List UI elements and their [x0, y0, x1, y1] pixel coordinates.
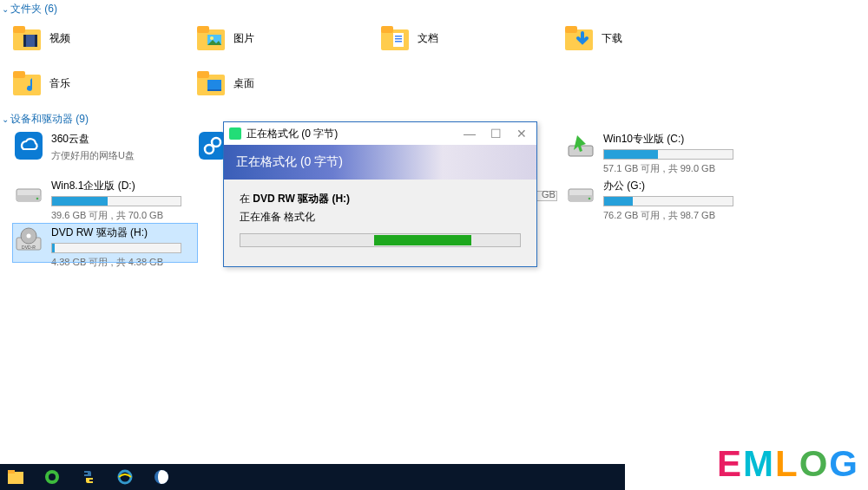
taskbar-explorer-icon[interactable]	[7, 468, 24, 486]
svg-rect-39	[8, 470, 15, 474]
svg-point-41	[49, 474, 56, 480]
svg-text:DVD-R: DVD-R	[22, 245, 36, 250]
svg-rect-11	[393, 33, 404, 47]
dialog-status-line: 正在准备 格式化	[240, 210, 521, 225]
svg-point-8	[210, 36, 214, 40]
folder-label: 桌面	[233, 76, 254, 91]
drive-item-dvd[interactable]: DVD-RDVD RW 驱动器 (H:)4.38 GB 可用 , 共 4.38 …	[13, 224, 197, 262]
dialog-body: 在 DVD RW 驱动器 (H:) 正在准备 格式化	[224, 180, 536, 266]
progress-bar	[240, 233, 521, 247]
maximize-button[interactable]: ☐	[483, 125, 509, 142]
folders-header-text: 文件夹 (6)	[10, 2, 57, 16]
drive-subtitle: 4.38 GB 可用 , 共 4.38 GB	[51, 256, 181, 269]
dialog-target-line: 在 DVD RW 驱动器 (H:)	[240, 192, 521, 206]
svg-rect-38	[8, 472, 23, 484]
drive-item-360[interactable]: 360云盘方便好用的网络U盘	[13, 130, 197, 168]
drive-item-win81[interactable]: Win8.1企业版 (D:)39.6 GB 可用 , 共 70.0 GB	[13, 177, 197, 215]
drive-title: Win10专业版 (C:)	[603, 132, 733, 147]
svg-rect-16	[565, 26, 577, 33]
drive-subtitle: 39.6 GB 可用 , 共 70.0 GB	[51, 209, 181, 222]
drive-title: DVD RW 驱动器 (H:)	[51, 225, 181, 240]
chevron-down-icon: ⌄	[2, 4, 9, 14]
svg-rect-4	[35, 35, 37, 47]
svg-rect-21	[207, 80, 221, 89]
drive-capacity-bar	[51, 196, 181, 206]
folder-label: 音乐	[49, 76, 70, 91]
folders-grid: 视频图片文档下载音乐桌面	[0, 20, 868, 101]
folder-label: 视频	[49, 31, 70, 46]
drive-size-partial: GB	[542, 189, 556, 199]
svg-rect-13	[395, 38, 402, 40]
drive-item-win10[interactable]: Win10专业版 (C:)57.1 GB 可用 , 共 99.0 GB	[565, 130, 749, 168]
svg-point-36	[27, 234, 31, 238]
close-button[interactable]: ✕	[509, 125, 535, 142]
taskbar-python-icon[interactable]	[80, 468, 97, 486]
taskbar-ie-icon[interactable]	[116, 468, 134, 486]
watermark-emlog: EMLOG	[717, 443, 859, 485]
folder-item-documents[interactable]: 文档	[381, 20, 565, 56]
folder-icon	[13, 24, 41, 52]
drive-capacity-bar	[603, 196, 733, 206]
drives-header-text: 设备和驱动器 (9)	[10, 112, 89, 127]
svg-rect-1	[13, 26, 25, 33]
folder-icon	[13, 69, 41, 97]
drive-icon	[15, 179, 43, 206]
dialog-app-icon	[229, 127, 241, 140]
drive-capacity-bar	[603, 149, 733, 160]
format-dialog: 正在格式化 (0 字节) — ☐ ✕ 正在格式化 (0 字节) 在 DVD RW…	[223, 121, 537, 267]
folder-icon	[565, 24, 593, 52]
chevron-down-icon: ⌄	[2, 114, 9, 124]
svg-point-42	[119, 471, 131, 483]
folder-item-desktop[interactable]: 桌面	[197, 65, 381, 101]
svg-rect-22	[207, 89, 221, 91]
folder-item-downloads[interactable]: 下载	[565, 20, 749, 56]
drive-title: 360云盘	[51, 132, 135, 147]
minimize-button[interactable]: —	[457, 125, 483, 142]
progress-bar-fill	[374, 235, 471, 245]
folder-item-music[interactable]: 音乐	[13, 65, 197, 101]
folder-icon	[197, 24, 225, 52]
folder-label: 文档	[418, 31, 438, 46]
drive-capacity-bar	[51, 243, 181, 253]
dialog-banner-text: 正在格式化 (0 字节)	[236, 154, 343, 170]
svg-rect-3	[23, 35, 26, 47]
dialog-title-text: 正在格式化 (0 字节)	[247, 127, 338, 141]
svg-rect-14	[395, 41, 402, 42]
taskbar	[0, 464, 625, 490]
drive-icon	[15, 132, 43, 160]
svg-point-33	[589, 198, 591, 200]
folder-item-videos[interactable]: 视频	[13, 20, 197, 56]
svg-rect-23	[15, 132, 43, 160]
drive-title: 办公 (G:)	[603, 179, 733, 193]
drive-icon	[567, 179, 595, 206]
svg-point-30	[36, 198, 39, 200]
drive-title: Win8.1企业版 (D:)	[51, 179, 181, 193]
drive-subtitle: 方便好用的网络U盘	[51, 149, 135, 162]
dialog-banner: 正在格式化 (0 字节)	[224, 145, 536, 180]
folder-icon	[381, 24, 409, 52]
svg-rect-18	[13, 71, 25, 78]
drive-subtitle: 57.1 GB 可用 , 共 99.0 GB	[603, 162, 733, 175]
drive-subtitle: 76.2 GB 可用 , 共 98.7 GB	[603, 209, 733, 222]
svg-rect-6	[197, 26, 209, 33]
drive-icon	[567, 132, 595, 160]
folder-label: 图片	[233, 31, 254, 46]
drive-icon: DVD-R	[15, 225, 43, 253]
folder-item-pictures[interactable]: 图片	[197, 20, 381, 56]
svg-rect-12	[395, 36, 402, 37]
folders-section-header[interactable]: ⌄ 文件夹 (6)	[0, 0, 868, 20]
taskbar-browser-icon[interactable]	[153, 468, 170, 486]
taskbar-360-icon[interactable]	[43, 468, 61, 486]
svg-rect-20	[197, 71, 209, 78]
folder-label: 下载	[602, 31, 622, 46]
folder-icon	[197, 69, 225, 97]
drive-item-office[interactable]: 办公 (G:)76.2 GB 可用 , 共 98.7 GB	[565, 177, 749, 215]
svg-rect-10	[381, 26, 393, 33]
dialog-titlebar[interactable]: 正在格式化 (0 字节) — ☐ ✕	[224, 122, 536, 145]
